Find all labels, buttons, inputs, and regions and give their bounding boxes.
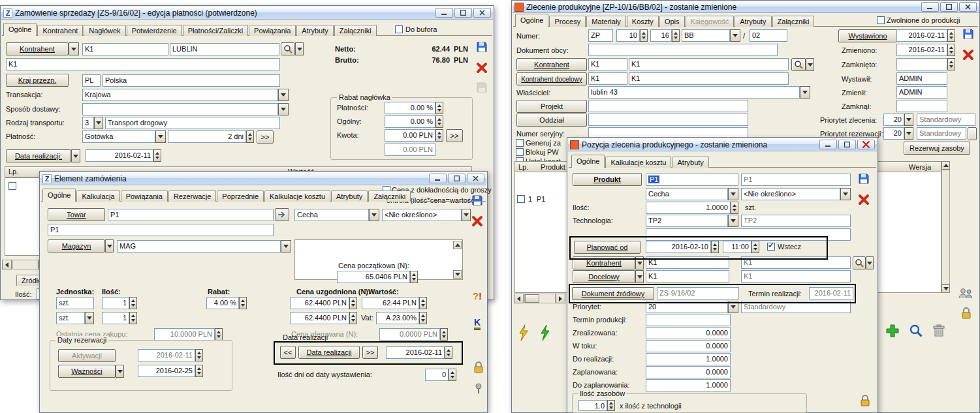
data-realizacji-prev-button[interactable]: <<	[280, 346, 296, 359]
wartosc-spinner[interactable]	[419, 297, 427, 309]
kontrahent-name-field[interactable]: K1	[629, 58, 789, 70]
kontrahent-button[interactable]: Kontrahent	[6, 42, 69, 55]
run-button[interactable]	[536, 324, 554, 342]
wartosc-field[interactable]: 62.44 PLN	[362, 297, 419, 309]
tab-kalkulacje-kosztu[interactable]: Kalkulacje kosztu	[264, 191, 330, 202]
cancel-button[interactable]	[469, 213, 486, 230]
tab-procesy[interactable]: Procesy	[549, 16, 586, 27]
save-button[interactable]	[473, 38, 490, 55]
tab-atrybuty[interactable]: Atrybuty	[672, 157, 708, 168]
numer-seria-combo[interactable]: BB	[682, 29, 730, 42]
tab-zalaczniki[interactable]: Załączniki	[334, 25, 377, 36]
item-titlebar[interactable]: Pozycja zlecenia produkcyjnego - zostani…	[568, 138, 877, 151]
vscroll-down-button[interactable]	[941, 284, 950, 293]
dokument-obcy-field[interactable]	[588, 44, 778, 56]
tab-poprzednie[interactable]: Poprzednie	[217, 191, 264, 202]
data-realizacji-next-button[interactable]: >>	[362, 346, 378, 359]
wlasciciel-dropdown[interactable]	[800, 86, 810, 99]
transakcja-dropdown[interactable]	[278, 89, 289, 101]
data-realizacji-dropdown[interactable]	[71, 149, 80, 162]
cena2-field[interactable]: 62.4400 PLN	[290, 312, 349, 324]
minimize-button[interactable]	[429, 174, 447, 183]
cecha-value-combo[interactable]: <Nie określono>	[741, 188, 840, 200]
kontrahent-search-button[interactable]	[791, 58, 806, 71]
tab-kontrahent[interactable]: Kontrahent	[37, 25, 83, 36]
kontrahent-button-dropdown[interactable]	[635, 256, 644, 269]
do-bufora-checkbox[interactable]	[395, 25, 403, 33]
dni-spinner[interactable]	[449, 369, 456, 381]
transakcja-combo[interactable]: Krajowa	[82, 89, 278, 101]
transport-code-field[interactable]: 3	[82, 117, 94, 129]
minimize-button[interactable]	[435, 8, 453, 18]
ilosc2-field[interactable]: 1	[102, 312, 129, 324]
tab-kalkulacja[interactable]: Kalkulacja	[76, 191, 119, 202]
kontrahent-name-field[interactable]: K1	[6, 58, 280, 70]
kontrahent-button[interactable]: Kontrahent	[573, 256, 635, 269]
ilosc-spinner[interactable]	[731, 202, 738, 214]
technologia-dropdown[interactable]	[728, 215, 738, 227]
ilosc-field[interactable]: 1	[102, 297, 129, 309]
sales-order-titlebar[interactable]: Z Zamówienie sprzedaży [ZS-9/16/02] - ed…	[1, 7, 493, 20]
tab-materialy[interactable]: Materiały	[586, 16, 626, 27]
rabat-ogolny-field[interactable]: 0.00 %	[385, 115, 435, 128]
data-realizacji-field[interactable]: 2016-02-11	[386, 346, 445, 359]
priorytet-rezerwacji-dropdown[interactable]	[904, 127, 913, 140]
zasoby-field[interactable]: 1.0	[578, 400, 607, 411]
cecha-combo[interactable]: Cecha	[646, 188, 728, 200]
priorytet-dropdown[interactable]	[728, 301, 738, 313]
cena-poczatkowa-spinner[interactable]	[410, 271, 418, 283]
cena2-spinner[interactable]	[349, 312, 357, 324]
wystawiono-field[interactable]: 2016-02-11	[896, 29, 947, 42]
tab-zalaczniki[interactable]: Załączniki	[368, 191, 411, 202]
wlasciciel-combo[interactable]: lublin 43	[588, 86, 800, 99]
technologia-combo[interactable]: TP2	[646, 215, 728, 227]
rezerwuj-zasoby-button[interactable]: Rezerwuj zasoby	[904, 142, 970, 155]
plan-time-spinner[interactable]	[751, 241, 759, 253]
recalculate-button[interactable]: ?!	[469, 287, 486, 304]
tab-platnosci[interactable]: Płatności/Zaliczki	[183, 25, 248, 36]
jednostka2-combo[interactable]: szt.	[56, 312, 85, 324]
sposob-dostawy-dropdown[interactable]	[278, 103, 289, 115]
termin-platnosci-field[interactable]: 2 dni	[168, 130, 246, 143]
magazyn-combo[interactable]: MAG	[117, 240, 281, 252]
tab-rezerwacje[interactable]: Rezerwacje	[168, 191, 216, 202]
cancel-button[interactable]	[960, 46, 977, 63]
platnosc-dropdown[interactable]	[155, 130, 166, 143]
tab-ogolne[interactable]: Ogólne	[42, 189, 76, 202]
ilosc2-spinner[interactable]	[129, 312, 137, 324]
close-button[interactable]	[467, 174, 484, 183]
hscroll-thumb[interactable]	[525, 294, 539, 303]
towar-code-field[interactable]: P1	[108, 209, 274, 221]
docelowy-code-field[interactable]: K1	[646, 270, 729, 283]
planowac-od-button[interactable]: Planować od	[574, 241, 640, 254]
maximize-button[interactable]	[448, 174, 466, 183]
cancel-button[interactable]	[855, 191, 872, 208]
jednostka2-dropdown[interactable]	[85, 312, 94, 324]
data-realizacji-button[interactable]: Data realizacji	[298, 346, 360, 359]
data-realizacji-spinner[interactable]	[153, 149, 161, 162]
detail-button[interactable]	[968, 127, 977, 140]
ilosc-field[interactable]: 1.0000	[646, 202, 731, 214]
zmieniono-field[interactable]: 2016-02-11	[896, 44, 947, 56]
kalkulacja-button[interactable]: K	[469, 314, 486, 331]
pin-button[interactable]	[470, 380, 487, 397]
maximize-button[interactable]	[454, 8, 472, 18]
kontrahent-search-dropdown[interactable]	[866, 256, 874, 269]
blokuj-checkbox[interactable]	[516, 148, 524, 156]
save-button[interactable]	[855, 170, 872, 187]
plan-button[interactable]	[514, 324, 533, 342]
kraj-name-field[interactable]: Polska	[103, 74, 280, 87]
numer-1-spinner[interactable]	[640, 29, 648, 42]
item-row-checkbox[interactable]	[8, 182, 16, 190]
plan-time-field[interactable]: 11:00	[723, 241, 751, 253]
priorytet-combo[interactable]: 20	[646, 301, 728, 313]
generuj-checkbox[interactable]	[516, 139, 524, 147]
jednostka-field[interactable]: szt.	[56, 297, 94, 309]
towar-name-field[interactable]: P1	[48, 224, 274, 236]
hscroll-track[interactable]	[12, 260, 39, 269]
vscroll-up-button[interactable]	[941, 161, 950, 170]
kontrahent-search-dropdown[interactable]	[806, 58, 814, 71]
termin-produkcji-field[interactable]	[646, 314, 731, 326]
projekt-field[interactable]	[588, 100, 748, 112]
numer-zp-field[interactable]: ZP	[588, 29, 613, 42]
